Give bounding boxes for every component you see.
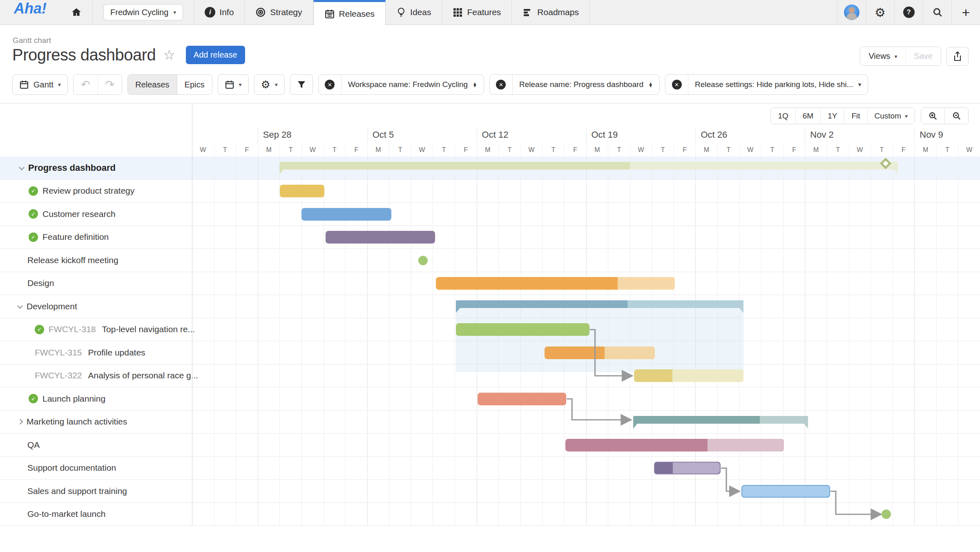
table-row[interactable]: QA	[0, 434, 980, 457]
share-button[interactable]	[947, 47, 969, 66]
aha-logo[interactable]: Aha!	[0, 0, 60, 25]
gantt-bar[interactable]	[456, 323, 589, 336]
row-label[interactable]: Feature definition	[42, 232, 109, 242]
save-button[interactable]: Save	[905, 47, 941, 65]
row-label[interactable]: Progress dashboard	[28, 163, 116, 173]
gantt-bar[interactable]	[456, 300, 744, 308]
table-row[interactable]: ✓Review product strategy	[0, 180, 980, 203]
zoom-custom-button[interactable]: Custom ▾	[868, 108, 915, 124]
chevron-down-icon: ▾	[239, 81, 242, 88]
gantt-bar[interactable]	[279, 162, 898, 170]
day-letter: F	[893, 143, 915, 156]
table-row[interactable]: ✓Feature definition	[0, 226, 980, 249]
redo-button[interactable]: ↷	[98, 75, 122, 94]
remove-filter-button[interactable]: ✕	[319, 75, 342, 94]
zoom-1q-button[interactable]: 1Q	[771, 108, 795, 124]
row-label[interactable]: Review product strategy	[42, 186, 134, 196]
gantt-bar[interactable]	[478, 393, 566, 405]
gantt-bar[interactable]	[634, 369, 743, 382]
date-options-button[interactable]: ▾	[218, 74, 249, 95]
day-letter: T	[608, 143, 630, 156]
chevron-down-icon[interactable]	[19, 164, 25, 170]
search-button[interactable]	[923, 0, 951, 25]
display-options-button[interactable]: ⚙ ▾	[254, 74, 285, 95]
user-avatar[interactable]	[837, 0, 866, 25]
views-button[interactable]: Views ▾	[860, 47, 905, 65]
table-row[interactable]: Marketing launch activities	[0, 411, 980, 434]
favorite-star-icon[interactable]: ☆	[163, 47, 175, 63]
roadmap-icon	[522, 7, 533, 17]
table-row[interactable]: ✓Customer research	[0, 203, 980, 226]
target-icon	[255, 7, 266, 18]
gantt-bar[interactable]	[280, 185, 324, 197]
row-label[interactable]: QA	[27, 440, 40, 450]
gantt-bar[interactable]	[654, 462, 721, 474]
zoom-in-button[interactable]	[921, 108, 945, 124]
gantt-bar[interactable]	[301, 208, 391, 221]
settings-button[interactable]: ⚙	[866, 0, 894, 25]
day-letter: M	[586, 143, 608, 156]
day-letter: T	[871, 143, 893, 156]
tab-features[interactable]: Features	[442, 0, 512, 25]
milestone-marker[interactable]	[418, 256, 428, 265]
home-button[interactable]	[60, 0, 93, 25]
table-row[interactable]: Release kickoff meeting	[0, 249, 980, 272]
table-row[interactable]: Support documentation	[0, 457, 980, 480]
workspace-switcher[interactable]: Fredwin Cycling ▾	[93, 0, 194, 25]
week-label: Oct 26	[695, 127, 805, 143]
gantt-bar[interactable]	[741, 485, 830, 498]
row-label[interactable]: Development	[27, 302, 77, 311]
add-button[interactable]: +	[951, 0, 980, 25]
table-row[interactable]: Go-to-market launch	[0, 503, 980, 526]
row-label[interactable]: Profile updates	[88, 348, 145, 358]
tab-info[interactable]: i Info	[194, 0, 245, 25]
add-release-button[interactable]: Add release	[186, 46, 245, 64]
filter-chip-release[interactable]: ✕ Release name: Progress dashboard ▲▼	[489, 74, 660, 95]
chevron-down-icon[interactable]	[17, 303, 23, 308]
undo-icon: ↶	[81, 78, 90, 91]
zoom-1y-button[interactable]: 1Y	[821, 108, 844, 124]
chevron-right-icon[interactable]	[17, 419, 23, 425]
gantt-bar[interactable]	[565, 439, 784, 451]
row-label[interactable]: Customer research	[42, 209, 116, 219]
remove-filter-button[interactable]: ✕	[490, 75, 513, 94]
row-label[interactable]: Support documentation	[27, 463, 116, 473]
bar-remaining-segment	[673, 463, 720, 474]
table-row[interactable]: Sales and support training	[0, 480, 980, 503]
row-label[interactable]: Go-to-market launch	[27, 509, 105, 519]
zoom-out-button[interactable]	[945, 108, 968, 124]
bar-remaining-segment	[708, 439, 784, 451]
tab-roadmaps[interactable]: Roadmaps	[512, 0, 590, 25]
row-label[interactable]: Design	[27, 278, 54, 288]
row-label[interactable]: Launch planning	[42, 394, 105, 404]
tab-releases[interactable]: Releases	[313, 0, 386, 25]
row-label[interactable]: Top-level navigation re...	[102, 324, 195, 334]
nav-right-icons: ⚙ ? +	[837, 0, 980, 25]
day-letter: F	[455, 143, 477, 156]
gantt-bar[interactable]	[326, 231, 435, 244]
zoom-fit-button[interactable]: Fit	[844, 108, 867, 124]
filter-button[interactable]	[290, 74, 313, 95]
row-label[interactable]: Analysis of personal race g...	[88, 371, 199, 380]
help-button[interactable]: ?	[894, 0, 923, 25]
zoom-6m-button[interactable]: 6M	[796, 108, 821, 124]
gantt-bar[interactable]	[545, 346, 655, 359]
segment-releases[interactable]: Releases	[128, 75, 177, 94]
undo-button[interactable]: ↶	[74, 75, 98, 94]
gantt-bar[interactable]	[633, 416, 808, 424]
tab-strategy[interactable]: Strategy	[245, 0, 313, 25]
tab-ideas[interactable]: Ideas	[386, 0, 442, 25]
segment-epics[interactable]: Epics	[177, 75, 212, 94]
view-type-button[interactable]: Gantt ▾	[12, 74, 68, 95]
filter-chip-release-settings[interactable]: ✕ Release settings: Hide parking lots, H…	[665, 74, 868, 95]
row-label[interactable]: Marketing launch activities	[27, 417, 127, 427]
remove-filter-button[interactable]: ✕	[665, 75, 688, 94]
day-letter: W	[958, 143, 980, 156]
gantt-bar[interactable]	[436, 277, 674, 290]
row-label[interactable]: Sales and support training	[27, 486, 127, 496]
funnel-icon	[297, 80, 306, 89]
avatar	[844, 4, 859, 20]
sidebar-divider[interactable]	[192, 103, 192, 526]
filter-chip-workspace[interactable]: ✕ Workspace name: Fredwin Cycling ▲▼	[318, 74, 484, 95]
row-label[interactable]: Release kickoff meeting	[27, 255, 118, 265]
